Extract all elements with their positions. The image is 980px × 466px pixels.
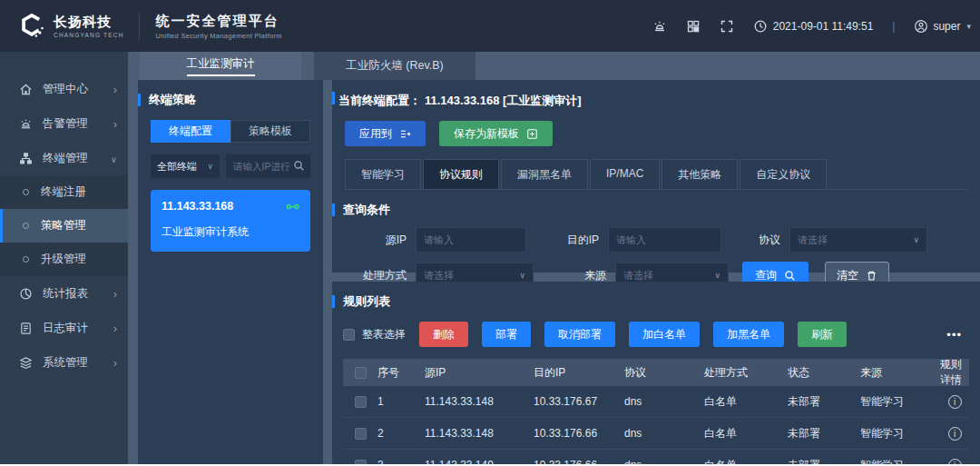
protocol-label: 协议	[750, 233, 780, 248]
platform-subtitle: Unified Security Management Platform	[156, 32, 282, 40]
toggle-terminal-config[interactable]: 终端配置	[151, 120, 230, 143]
search-icon	[784, 270, 796, 282]
cell-no: 1	[377, 395, 425, 408]
sidebar-subitem-label: 升级管理	[41, 252, 86, 267]
sidebar-nav: 管理中心 告警管理 终端管理 终端注册 策略管理	[0, 52, 128, 466]
subtab-ip-mac[interactable]: IP/MAC	[590, 159, 660, 189]
pie-chart-icon	[19, 287, 33, 301]
subtab-smart-learning[interactable]: 智能学习	[345, 159, 421, 189]
sidebar-item-terminal-management[interactable]: 终端管理	[0, 141, 128, 175]
title-accent-bar	[332, 92, 335, 104]
sidebar-item-management-center[interactable]: 管理中心	[0, 72, 128, 106]
src-ip-label: 源IP	[345, 233, 407, 248]
tab-label: 工业防火墙 (Rev.B)	[346, 58, 443, 74]
bullet-circle-icon	[23, 256, 29, 263]
subtab-custom-protocol[interactable]: 自定义协议	[740, 159, 827, 189]
terminal-policy-title: 终端策略	[149, 92, 196, 108]
save-as-template-button[interactable]: 保存为新模板	[439, 121, 553, 146]
cell-no: 2	[377, 427, 425, 440]
cell-protocol: dns	[624, 395, 704, 408]
row-checkbox[interactable]	[355, 428, 367, 440]
sidebar-item-alarm-management[interactable]: 告警管理	[0, 106, 128, 141]
title-accent-bar	[332, 295, 335, 308]
trash-icon	[866, 270, 877, 282]
toggle-policy-template[interactable]: 策略模板	[230, 120, 310, 143]
clipboard-icon	[19, 322, 33, 335]
rule-detail-info-icon[interactable]: i	[948, 395, 962, 409]
policy-subtabs: 智能学习 协议规则 漏洞黑名单 IP/MAC 其他策略 自定义协议	[345, 159, 967, 190]
chevron-right-icon	[113, 84, 117, 95]
tab-industrial-monitor-audit[interactable]: 工业监测审计	[140, 52, 301, 80]
more-options-icon[interactable]: •••	[946, 328, 962, 342]
plus-square-icon	[526, 128, 538, 140]
policy-toggle: 终端配置 策略模板	[151, 120, 310, 143]
brand-logo[interactable]: 长扬科技 CHANGYANG TECH	[0, 13, 139, 40]
delete-button[interactable]: 删除	[419, 322, 468, 347]
rule-detail-info-icon[interactable]: i	[948, 427, 962, 441]
top-header: 长扬科技 CHANGYANG TECH 统一安全管理平台 Unified Sec…	[0, 0, 980, 52]
cell-method: 白名单	[704, 426, 788, 441]
cell-src-ip: 11.143.33.148	[425, 427, 534, 440]
fullscreen-icon[interactable]	[720, 19, 734, 34]
tab-industrial-firewall[interactable]: 工业防火墙 (Rev.B)	[314, 52, 475, 80]
col-protocol: 协议	[624, 365, 704, 381]
sidebar-item-label: 日志审计	[43, 321, 88, 336]
sidebar-subitem-upgrade-management[interactable]: 升级管理	[0, 243, 128, 276]
subtab-vuln-blacklist[interactable]: 漏洞黑名单	[501, 159, 588, 189]
platform-title-block: 统一安全管理平台 Unified Security Management Pla…	[140, 13, 282, 40]
chevron-down-icon	[111, 153, 117, 164]
terminal-policy-panel: 终端策略 终端配置 策略模板 全部终端	[138, 80, 323, 466]
apps-grid-icon[interactable]	[686, 19, 701, 34]
src-ip-input[interactable]	[416, 227, 526, 253]
row-checkbox[interactable]	[355, 396, 367, 408]
deploy-button[interactable]: 部署	[482, 322, 531, 347]
all-terminals-select[interactable]: 全部终端	[151, 154, 220, 178]
search-icon[interactable]	[293, 160, 305, 172]
sidebar-item-system-management[interactable]: 系统管理	[0, 345, 128, 380]
dst-ip-input[interactable]	[608, 227, 721, 253]
clock-icon	[753, 19, 768, 34]
terminal-card-selected[interactable]: 11.143.33.168 工业监测审计系统	[151, 190, 310, 252]
refresh-button[interactable]: 刷新	[798, 322, 847, 347]
alarm-icon	[19, 117, 33, 131]
header-actions: 2021-09-01 11:49:51 | super	[652, 19, 980, 34]
rules-table: 序号 源IP 目的IP 协议 处理方式 状态 来源 规则详情 1	[343, 359, 969, 466]
changyang-logo-icon	[18, 13, 45, 40]
protocol-select[interactable]: 请选择	[789, 227, 927, 253]
rule-list-title: 规则列表	[343, 293, 390, 310]
protocol-group: 协议 请选择	[750, 227, 927, 253]
rule-list-title-row: 规则列表	[332, 293, 969, 310]
rule-actions-row: 整表选择 删除 部署 取消部署 加白名单 加黑名单 刷新 •••	[343, 322, 969, 347]
undeploy-button[interactable]: 取消部署	[544, 322, 615, 347]
query-title-row: 查询条件	[332, 202, 967, 218]
module-tabbar: 工业监测审计 工业防火墙 (Rev.B)	[128, 52, 980, 80]
sidebar-item-log-audit[interactable]: 日志审计	[0, 311, 128, 345]
save-as-template-label: 保存为新模板	[454, 126, 519, 142]
sidebar-subitem-terminal-register[interactable]: 终端注册	[0, 175, 128, 209]
apply-icon	[399, 128, 411, 140]
terminal-ip: 11.143.33.168	[162, 200, 233, 213]
add-blacklist-button[interactable]: 加黑名单	[713, 322, 784, 347]
subtab-other-policy[interactable]: 其他策略	[662, 159, 738, 189]
apply-to-button[interactable]: 应用到	[345, 121, 426, 146]
chevron-right-icon	[113, 322, 117, 334]
cell-status: 未部署	[788, 426, 860, 441]
config-title-value: 11.143.33.168 [工业监测审计]	[425, 93, 582, 109]
add-whitelist-button[interactable]: 加白名单	[629, 322, 700, 347]
cell-method: 白名单	[704, 394, 788, 410]
sitemap-icon	[19, 152, 33, 165]
col-method: 处理方式	[704, 365, 788, 381]
brand-name-en: CHANGYANG TECH	[54, 32, 124, 38]
subtab-protocol-rules[interactable]: 协议规则	[423, 159, 499, 189]
table-row: 1 11.143.33.148 10.33.176.67 dns 白名单 未部署…	[343, 386, 969, 418]
header-checkbox[interactable]	[355, 367, 367, 379]
alarm-beacon-icon[interactable]	[652, 19, 667, 34]
cell-protocol: dns	[624, 427, 704, 440]
chevron-right-icon	[113, 118, 117, 130]
select-all-checkbox[interactable]	[343, 329, 355, 341]
sidebar-subitem-policy-management[interactable]: 策略管理	[0, 209, 128, 243]
sidebar-item-statistics-report[interactable]: 统计报表	[0, 276, 128, 311]
username-text: super	[933, 20, 960, 33]
source-select-placeholder: 请选择	[623, 269, 653, 283]
user-menu[interactable]: super	[914, 19, 971, 34]
